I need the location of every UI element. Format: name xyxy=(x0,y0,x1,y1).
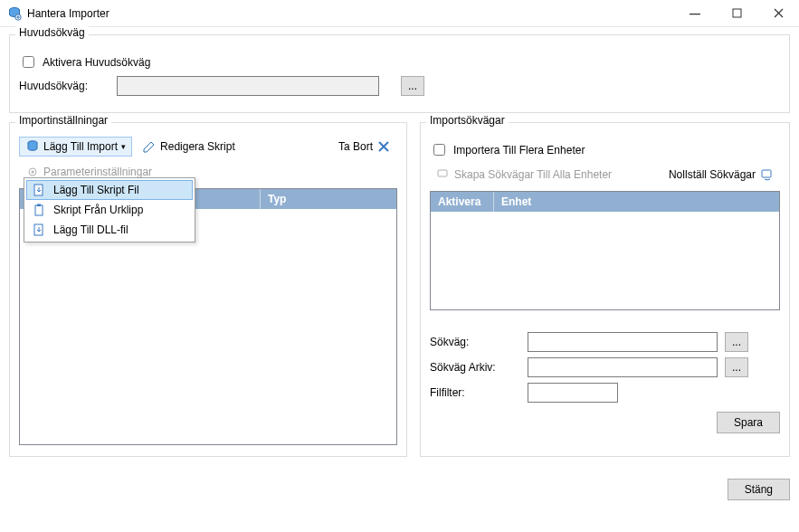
svg-rect-10 xyxy=(37,204,41,207)
edit-icon xyxy=(142,139,157,154)
delete-icon xyxy=(376,139,391,154)
activate-main-path-checkbox[interactable] xyxy=(23,56,34,68)
add-import-button[interactable]: Lägg Till Import ▾ xyxy=(19,137,132,157)
units-list-body xyxy=(431,212,779,309)
main-path-group: Huvudsökväg Aktivera Huvudsökväg Huvudsö… xyxy=(9,34,790,113)
units-list[interactable]: Aktivera Enhet xyxy=(430,191,780,310)
path-browse-button[interactable]: ... xyxy=(725,332,748,352)
path-input[interactable] xyxy=(528,332,718,352)
import-paths-group: Importsökvägar Importera Till Flera Enhe… xyxy=(420,122,790,457)
window-title: Hantera Importer xyxy=(27,7,674,20)
database-icon xyxy=(25,139,40,154)
main-path-title: Huvudsökväg xyxy=(15,26,89,39)
col-activate: Aktivera xyxy=(431,192,494,212)
svg-rect-2 xyxy=(733,9,741,17)
menu-add-dll-file[interactable]: Lägg Till DLL-fil xyxy=(26,220,193,240)
create-paths-all-button[interactable]: Skapa Sökvägar Till Alla Enheter xyxy=(430,165,618,185)
chevron-down-icon: ▾ xyxy=(121,142,126,151)
archive-path-label: Sökväg Arkiv: xyxy=(430,361,520,374)
import-settings-title: Importinställningar xyxy=(15,114,111,127)
folder-tree-icon xyxy=(436,167,451,182)
reset-icon xyxy=(759,167,774,182)
edit-script-button[interactable]: Redigera Skript xyxy=(136,137,242,157)
remove-button[interactable]: Ta Bort xyxy=(332,137,397,157)
main-path-input[interactable] xyxy=(117,76,379,96)
import-paths-title: Importsökvägar xyxy=(426,114,509,127)
clipboard-icon xyxy=(32,203,46,217)
path-label: Sökväg: xyxy=(430,336,520,348)
import-multiple-label: Importera Till Flera Enheter xyxy=(453,144,585,157)
svg-point-5 xyxy=(32,171,34,174)
reset-paths-button[interactable]: Nollställ Sökvägar xyxy=(662,165,780,185)
svg-rect-7 xyxy=(762,170,771,177)
import-settings-group: Importinställningar Lägg Till Import ▾ xyxy=(9,122,407,457)
main-path-label: Huvudsökväg: xyxy=(19,80,109,92)
app-icon xyxy=(7,6,22,21)
activate-main-path-label: Aktivera Huvudsökväg xyxy=(43,56,150,69)
maximize-button[interactable] xyxy=(716,0,757,26)
units-list-header: Aktivera Enhet xyxy=(431,192,779,212)
archive-browse-button[interactable]: ... xyxy=(725,357,748,377)
col-type: Typ xyxy=(261,189,396,209)
save-button[interactable]: Spara xyxy=(717,412,780,433)
svg-rect-9 xyxy=(35,205,43,215)
minimize-button[interactable]: — xyxy=(674,0,716,26)
close-button[interactable] xyxy=(757,0,799,26)
menu-add-script-file[interactable]: Lägg Till Skript Fil xyxy=(26,180,193,200)
import-multiple-checkbox[interactable] xyxy=(433,144,445,156)
filefilter-label: Filfilter: xyxy=(430,386,520,399)
svg-rect-6 xyxy=(438,170,447,176)
import-list-body xyxy=(20,209,396,444)
file-import-icon xyxy=(32,223,46,237)
col-unit: Enhet xyxy=(494,192,779,212)
main-path-browse-button[interactable]: ... xyxy=(401,76,424,96)
add-import-dropdown: Lägg Till Skript Fil Skript Från Urklipp… xyxy=(24,177,195,242)
filefilter-input[interactable] xyxy=(528,383,618,403)
close-dialog-button[interactable]: Stäng xyxy=(728,479,790,500)
archive-path-input[interactable] xyxy=(528,357,718,377)
menu-script-from-clipboard[interactable]: Skript Från Urklipp xyxy=(26,200,193,220)
file-import-icon xyxy=(32,183,46,197)
titlebar: Hantera Importer — xyxy=(0,0,799,27)
